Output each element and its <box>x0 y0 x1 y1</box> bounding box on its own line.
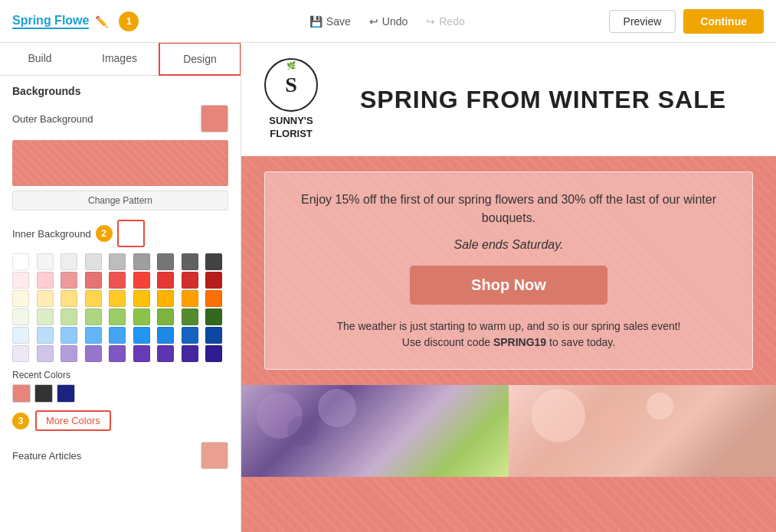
color-cell[interactable] <box>109 327 126 344</box>
color-cell[interactable] <box>133 272 150 289</box>
color-cell[interactable] <box>182 327 198 344</box>
pattern-preview <box>12 140 228 186</box>
color-cell[interactable] <box>37 327 54 344</box>
color-cell[interactable] <box>182 308 198 325</box>
tab-images[interactable]: Images <box>80 43 159 75</box>
color-cell[interactable] <box>37 345 54 362</box>
color-cell[interactable] <box>205 290 222 307</box>
feature-articles-row: Feature Articles <box>12 442 228 469</box>
preview-area: S 🌿 SUNNY'S FLORIST SPRING FROM WINTER S… <box>241 43 776 532</box>
sale-ends-text: Sale ends Saturday. <box>288 238 729 252</box>
color-cell[interactable] <box>109 290 126 307</box>
more-colors-button[interactable]: More Colors <box>35 410 111 431</box>
inner-background-label: Inner Background <box>12 228 91 240</box>
color-cell[interactable] <box>37 290 54 307</box>
color-cell[interactable] <box>182 345 198 362</box>
color-cell[interactable] <box>37 272 54 289</box>
backgrounds-title: Backgrounds <box>12 85 228 97</box>
color-cell[interactable] <box>61 253 77 270</box>
color-cell[interactable] <box>37 253 54 270</box>
color-cell[interactable] <box>133 308 150 325</box>
color-cell[interactable] <box>133 253 150 270</box>
shop-now-button[interactable]: Shop Now <box>410 266 607 305</box>
toolbar: Spring Flowe ✏️ 1 💾 Save ↩ Undo ↪ Redo P… <box>0 0 776 43</box>
color-cell[interactable] <box>61 308 77 325</box>
email-container: S 🌿 SUNNY'S FLORIST SPRING FROM WINTER S… <box>241 43 776 532</box>
logo-circle: S 🌿 <box>264 58 318 112</box>
color-cell[interactable] <box>109 345 126 362</box>
color-cell[interactable] <box>85 253 102 270</box>
redo-icon: ↪ <box>426 15 435 28</box>
color-cell[interactable] <box>157 290 174 307</box>
color-cell[interactable] <box>205 253 222 270</box>
color-cell[interactable] <box>182 253 198 270</box>
color-cell[interactable] <box>133 327 150 344</box>
color-cell[interactable] <box>61 272 77 289</box>
color-grid <box>12 253 228 362</box>
color-cell[interactable] <box>182 290 198 307</box>
recent-color-3[interactable] <box>57 384 75 403</box>
bottom-images <box>241 385 776 477</box>
logo-letter: S <box>285 73 297 97</box>
document-title[interactable]: Spring Flowe <box>12 14 89 29</box>
color-cell[interactable] <box>12 272 29 289</box>
color-cell[interactable] <box>85 290 102 307</box>
redo-button[interactable]: ↪ Redo <box>426 15 464 28</box>
edit-title-icon[interactable]: ✏️ <box>95 15 108 28</box>
outer-background-label: Outer Background <box>12 113 93 125</box>
change-pattern-button[interactable]: Change Pattern <box>12 191 228 211</box>
inner-background-swatch[interactable] <box>117 220 145 247</box>
color-cell[interactable] <box>85 272 102 289</box>
recent-color-2[interactable] <box>34 384 53 403</box>
recent-colors-row <box>12 384 228 403</box>
save-icon: 💾 <box>309 15 323 28</box>
color-cell[interactable] <box>157 327 174 344</box>
color-cell[interactable] <box>157 308 174 325</box>
promo-box: Enjoy 15% off the first of our spring fl… <box>264 171 753 370</box>
color-cell[interactable] <box>37 308 54 325</box>
preview-button[interactable]: Preview <box>609 10 676 33</box>
color-cell[interactable] <box>12 290 29 307</box>
color-cell[interactable] <box>109 272 126 289</box>
color-cell[interactable] <box>61 327 77 344</box>
panel-content: Backgrounds Outer Background Change Patt… <box>0 76 241 532</box>
color-cell[interactable] <box>109 308 126 325</box>
recent-color-1[interactable] <box>12 384 31 403</box>
color-cell[interactable] <box>157 345 174 362</box>
outer-background-swatch[interactable] <box>201 105 228 132</box>
save-button[interactable]: 💾 Save <box>309 15 351 28</box>
color-cell[interactable] <box>157 272 174 289</box>
step-badge-1: 1 <box>119 11 139 31</box>
color-cell[interactable] <box>12 345 29 362</box>
tab-build[interactable]: Build <box>0 43 80 75</box>
color-cell[interactable] <box>85 308 102 325</box>
email-headline: SPRING FROM WINTER SALE <box>333 85 753 114</box>
color-cell[interactable] <box>157 253 174 270</box>
feature-articles-swatch[interactable] <box>201 442 228 469</box>
undo-button[interactable]: ↩ Undo <box>369 15 408 28</box>
color-cell[interactable] <box>182 272 198 289</box>
toolbar-center: 💾 Save ↩ Undo ↪ Redo <box>165 15 609 28</box>
undo-icon: ↩ <box>369 15 378 28</box>
color-cell[interactable] <box>61 345 77 362</box>
outer-background-row: Outer Background <box>12 105 228 132</box>
color-cell[interactable] <box>205 345 222 362</box>
color-cell[interactable] <box>205 272 222 289</box>
toolbar-right: Preview Continue <box>609 9 764 34</box>
color-cell[interactable] <box>85 345 102 362</box>
continue-button[interactable]: Continue <box>683 9 764 34</box>
color-cell[interactable] <box>133 345 150 362</box>
tab-design[interactable]: Design <box>159 43 241 76</box>
color-cell[interactable] <box>85 327 102 344</box>
title-area: Spring Flowe ✏️ 1 <box>12 11 165 31</box>
color-cell[interactable] <box>12 253 29 270</box>
color-cell[interactable] <box>133 290 150 307</box>
color-cell[interactable] <box>205 308 222 325</box>
promo-text: Enjoy 15% off the first of our spring fl… <box>288 191 729 227</box>
color-cell[interactable] <box>109 253 126 270</box>
color-cell[interactable] <box>61 290 77 307</box>
color-cell[interactable] <box>12 327 29 344</box>
color-cell[interactable] <box>12 308 29 325</box>
step-badge-2: 2 <box>96 225 113 242</box>
color-cell[interactable] <box>205 327 222 344</box>
